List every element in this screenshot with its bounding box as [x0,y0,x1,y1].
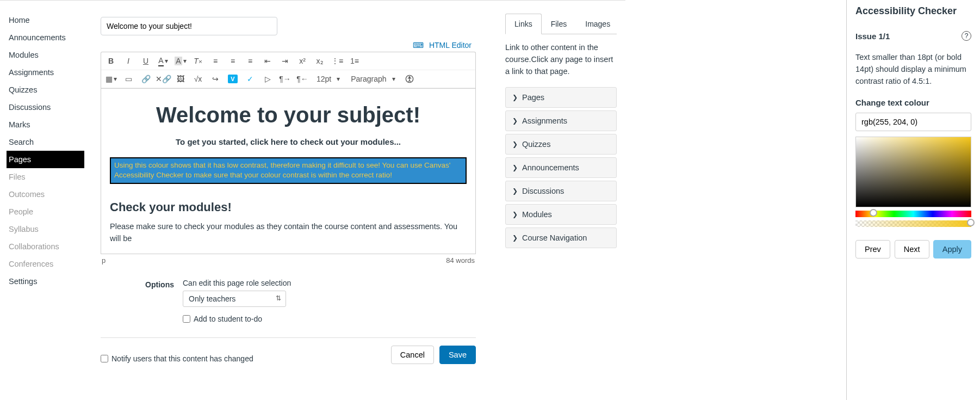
font-size-select[interactable]: 12pt▾ [314,75,342,83]
sidebar-item-home[interactable]: Home [7,11,84,29]
color-input[interactable] [855,113,971,131]
chevron-right-icon: ❯ [512,140,518,148]
content-subtitle: To get you started, click here to check … [110,136,467,149]
accordion-pages[interactable]: ❯Pages [505,87,617,108]
editor-canvas[interactable]: Welcome to your subject! To get you star… [101,88,476,254]
content-insert-panel: Links Files Images Link to other content… [505,1,617,400]
sidebar-item-search[interactable]: Search [7,133,84,151]
page-title-input[interactable] [101,17,277,35]
save-button[interactable]: Save [439,346,476,364]
sidebar-item-pages[interactable]: Pages [7,151,84,168]
media-button[interactable]: ▭ [123,73,134,84]
chevron-right-icon: ❯ [512,117,518,125]
tab-links[interactable]: Links [505,14,542,34]
tab-files[interactable]: Files [542,14,576,34]
clear-formatting-button[interactable]: T× [193,56,203,66]
align-right-button[interactable]: ≡ [245,56,256,66]
accordion-quizzes[interactable]: ❯Quizzes [505,134,617,155]
equation-button[interactable]: √x [193,73,203,84]
course-sidebar: Home Announcements Modules Assignments Q… [0,1,84,400]
align-center-button[interactable]: ≡ [227,56,238,66]
superscript-button[interactable]: x² [297,56,308,66]
redirect-button[interactable]: ↪ [210,73,221,84]
notify-checkbox[interactable] [101,355,108,362]
word-count: 84 words [446,256,475,264]
todo-checkbox[interactable] [183,315,190,323]
editor-path: p [102,256,106,264]
sidebar-item-syllabus[interactable]: Syllabus [7,220,84,238]
text-color-button[interactable]: A▾ [158,56,169,66]
chevron-right-icon: ❯ [512,234,518,242]
number-list-button[interactable]: 1≡ [349,56,360,66]
indent-button[interactable]: ⇥ [280,56,290,66]
rich-text-toolbar: B I U A▾ A▾ T× ≡ ≡ ≡ ⇤ ⇥ x² x₂ ⋮≡ 1≡ ▦▾ … [101,52,476,88]
outdent-button[interactable]: ⇤ [262,56,273,66]
issue-count: Issue 1/1 [855,32,890,41]
content-body: Please make sure to check your modules a… [110,221,467,245]
hue-handle[interactable] [870,209,877,217]
alpha-handle[interactable] [967,219,975,226]
chevron-right-icon: ❯ [512,164,518,171]
svg-point-1 [409,77,410,78]
accordion-announcements[interactable]: ❯Announcements [505,157,617,178]
ltr-button[interactable]: ¶→ [280,73,290,84]
notify-label: Notify users that this content has chang… [111,354,253,363]
role-select[interactable]: Only teachers [183,291,286,307]
table-button[interactable]: ▦▾ [106,73,116,84]
links-description: Link to other content in the course.Clic… [505,42,617,77]
unlink-button[interactable]: ✕🔗 [158,73,169,84]
sidebar-item-discussions[interactable]: Discussions [7,99,84,116]
help-icon[interactable]: ? [962,31,971,41]
italic-button[interactable]: I [123,56,134,66]
sidebar-item-files[interactable]: Files [7,168,84,186]
content-heading: Welcome to your subject! [110,103,467,127]
sidebar-item-modules[interactable]: Modules [7,46,84,64]
link-button[interactable]: 🔗 [140,73,151,84]
sidebar-item-quizzes[interactable]: Quizzes [7,81,84,99]
chevron-right-icon: ❯ [512,94,518,101]
accordion-assignments[interactable]: ❯Assignments [505,110,617,131]
video-button[interactable]: ▷ [262,73,273,84]
cancel-button[interactable]: Cancel [391,346,434,364]
options-label: Options [101,279,174,289]
image-button[interactable]: 🖼 [175,73,186,84]
verify-button[interactable]: ✓ [245,73,256,84]
next-issue-button[interactable]: Next [895,240,929,259]
html-editor-toggle[interactable]: ⌨ HTML Editor [413,41,475,50]
bg-color-button[interactable]: A▾ [175,56,186,66]
chevron-right-icon: ❯ [512,187,518,195]
sidebar-item-outcomes[interactable]: Outcomes [7,186,84,203]
tab-images[interactable]: Images [576,14,619,34]
color-saturation-picker[interactable] [855,137,971,207]
color-hue-slider[interactable] [855,211,971,217]
color-alpha-slider[interactable] [855,220,971,227]
vimeo-button[interactable]: V [227,73,238,84]
rtl-button[interactable]: ¶← [297,73,308,84]
sidebar-item-assignments[interactable]: Assignments [7,64,84,81]
subscript-button[interactable]: x₂ [314,56,325,66]
bold-button[interactable]: B [106,56,116,66]
color-field-label: Change text colour [855,98,971,107]
accordion-modules[interactable]: ❯Modules [505,204,617,225]
prev-issue-button[interactable]: Prev [855,240,890,259]
bullet-list-button[interactable]: ⋮≡ [332,56,343,66]
content-subheading: Check your modules! [110,200,467,214]
underline-button[interactable]: U [140,56,151,66]
page-editor: ⌨ HTML Editor B I U A▾ A▾ T× ≡ ≡ ≡ ⇤ ⇥ x… [84,1,476,400]
sidebar-item-conferences[interactable]: Conferences [7,255,84,273]
paragraph-select[interactable]: Paragraph▾ [349,75,397,83]
sidebar-item-announcements[interactable]: Announcements [7,29,84,46]
sidebar-item-collaborations[interactable]: Collaborations [7,238,84,255]
sidebar-item-people[interactable]: People [7,203,84,220]
sidebar-item-settings[interactable]: Settings [7,273,84,290]
accordion-discussions[interactable]: ❯Discussions [505,181,617,201]
accessibility-checker-button[interactable] [404,73,415,84]
accordion-course-nav[interactable]: ❯Course Navigation [505,227,617,248]
accessibility-checker-panel: Accessibility Checker Issue 1/1 ? Text s… [846,0,980,400]
issue-description: Text smaller than 18pt (or bold 14pt) sh… [855,52,971,87]
align-left-button[interactable]: ≡ [210,56,221,66]
apply-button[interactable]: Apply [933,240,971,259]
a11y-title: Accessibility Checker [855,5,971,17]
sidebar-item-marks[interactable]: Marks [7,116,84,133]
todo-label: Add to student to-do [194,315,262,323]
